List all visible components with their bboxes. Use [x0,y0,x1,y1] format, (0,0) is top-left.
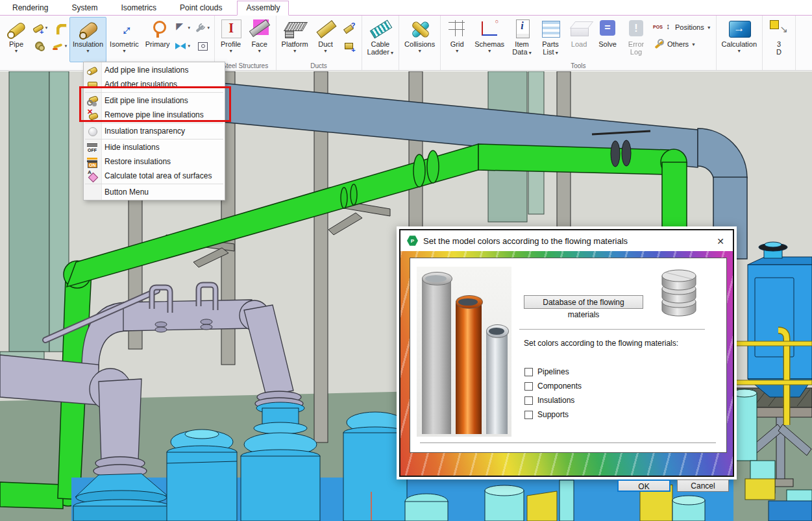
ribbon-tab-point-clouds[interactable]: Point clouds [171,1,230,15]
ribbon-button-positions[interactable]: Positions▼ [651,21,713,34]
parts-list-icon [539,19,561,40]
ribbon-button-pipe-add[interactable]: ▼ [31,20,49,35]
ribbon-button-insulation[interactable]: Insulation▼ [69,17,106,62]
steel-pipe-image [486,330,508,434]
ribbon-button-face[interactable]: Face▼ [245,17,274,62]
ribbon-button-flange[interactable] [31,38,49,53]
button-label: Item Data ▾ [512,40,532,57]
ribbon-button-isometric[interactable]: Isometric▼ [106,17,142,62]
button-label: Calculation [722,40,757,48]
ribbon-button-duct-add[interactable] [341,38,359,53]
frame-icon [197,40,208,52]
ribbon-group-ducts: Platform▼Duct▼Ducts [277,16,362,70]
ribbon-button-support[interactable]: ▼ [174,20,192,35]
ribbon-button-valve3[interactable]: ▼ [174,38,192,53]
ribbon-tab-rendering[interactable]: Rendering [4,1,56,15]
ribbon-button-profile[interactable]: Profile▼ [217,17,245,62]
ribbon-button-solve[interactable]: Solve [593,17,622,62]
menu-item-restore-insulations[interactable]: Restore insulations [84,154,225,169]
ribbon-button-elbow[interactable] [51,20,69,35]
insulation-dropdown-menu: Add pipe line insulationsAdd other insul… [83,62,225,200]
ribbon-button-duct[interactable]: Duct▼ [312,17,340,62]
menu-item-label: Add pipe line insulations [105,66,188,75]
menu-item-edit-pipe-line-insulations[interactable]: Edit pipe line insulations [84,93,225,108]
menu-item-add-pipe-line-insulations[interactable]: Add pipe line insulations [84,63,225,77]
ribbon-button-frame[interactable] [193,38,212,53]
dialog-title-bar[interactable]: P Set the model colors according to the … [400,230,733,251]
ribbon-button-calculation[interactable]: Calculation▼ [719,17,760,62]
close-icon[interactable]: ✕ [712,235,729,248]
ribbon-button-parts-list[interactable]: Parts List ▾ [536,17,565,62]
menu-item-label: Hide insulations [105,143,160,152]
elbow-icon [54,22,66,34]
button-label: Grid [450,40,464,48]
menu-item-label: Remove pipe line insulations [105,110,204,119]
button-label: Primary [145,40,170,48]
wrench-gold-icon [653,38,665,50]
gray-pipe-image [422,278,451,434]
add-other-icon [87,79,98,90]
ribbon-button-duct-help[interactable] [341,20,359,35]
button-label: Isometric [110,40,139,48]
menu-item-hide-insulations[interactable]: Hide insulations [84,140,225,154]
ribbon-button-primary[interactable]: Primary [142,17,173,62]
area-icon [87,171,98,181]
ribbon-button-cable-ladder[interactable]: Cable Ladder ▾ [364,17,397,62]
wrench-icon [194,23,206,33]
menu-item-label: Button Menu [105,188,149,197]
checkbox-components[interactable] [524,382,533,391]
ribbon-group-unlabeled: Collisions▼ [399,16,441,70]
checkbox-supports[interactable] [524,411,533,419]
ribbon-button-others[interactable]: Others▼ [651,38,713,51]
menu-item-insulation-transparency[interactable]: Insulation transparency [84,124,225,138]
profile-icon [220,19,242,40]
ribbon-button-pipe[interactable]: Pipe▼ [2,17,31,62]
ribbon-button-platform[interactable]: Platform▼ [278,17,312,62]
platform-icon [284,19,306,40]
checkbox-insulations[interactable] [524,396,533,405]
ribbon-tab-assembly[interactable]: Assembly [237,1,289,16]
ribbon-tab-system[interactable]: System [63,1,106,15]
ok-button[interactable]: OK [617,479,671,492]
ribbon-button-collisions[interactable]: Collisions▼ [401,17,438,62]
ribbon-button-slope[interactable]: ▼ [51,38,69,53]
menu-item-button-menu[interactable]: Button Menu [84,185,225,199]
menu-item-label: Edit pipe line insulations [105,96,188,105]
ribbon-button-item-data[interactable]: Item Data ▾ [508,17,536,62]
cancel-button[interactable]: Cancel [677,479,729,492]
database-button[interactable]: Database of the flowing materials [524,295,643,309]
ribbon-button-3-d[interactable]: 3 D [765,17,793,62]
button-label: Load [571,40,587,48]
ribbon-tab-isometrics[interactable]: Isometrics [112,1,165,15]
ribbon-button-schemas[interactable]: Schemas▼ [471,17,508,62]
pipes-illustration [417,267,511,437]
valve3-icon [175,40,186,52]
button-label: Collisions [404,40,435,48]
ribbon-button-error-log[interactable]: Error Log [622,17,650,62]
solve-icon [597,19,619,40]
ribbon-button-load[interactable]: Load [565,17,593,62]
menu-divider [85,139,223,139]
ribbon-button-wrench[interactable]: ▼ [193,20,212,35]
ribbon-button-grid[interactable]: Grid▼ [443,17,471,62]
checkbox-pipelines[interactable] [524,368,533,376]
section-label: Set colors according to the flowing mate… [524,339,678,348]
button-label: 3 D [776,40,781,56]
menu-item-calculate-total-area-of-surfaces[interactable]: Calculate total area of surfaces [84,169,225,183]
menu-item-label: Calculate total area of surfaces [105,171,212,180]
ribbon-tabs: RenderingSystemIsometricsPoint cloudsAss… [0,0,812,16]
schemas-icon [478,19,500,40]
ribbon-group-tools: Grid▼Schemas▼Item Data ▾Parts List ▾Load… [441,16,716,70]
menu-item-add-other-insulations[interactable]: Add other insulations [84,77,225,91]
duct-icon [315,19,337,40]
checkbox-label: Pipelines [537,367,569,376]
pos-icon [653,22,672,32]
application-window: RenderingSystemIsometricsPoint cloudsAss… [0,0,812,521]
plant-app-icon: P [407,236,418,247]
button-label: Pipe [9,40,23,48]
isometric-icon [113,19,135,40]
menu-item-remove-pipe-line-insulations[interactable]: Remove pipe line insulations [84,108,225,122]
separator [420,442,716,443]
face-icon [249,19,271,40]
checkbox-label: Insulations [537,396,574,405]
